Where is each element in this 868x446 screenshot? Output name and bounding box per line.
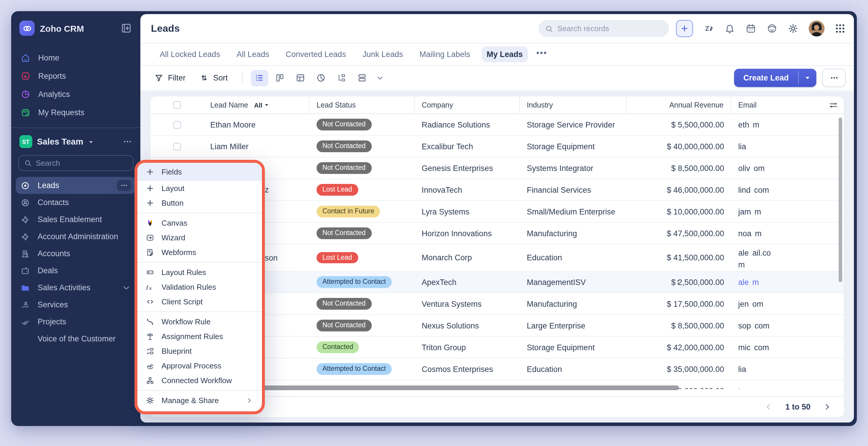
connected-icon	[146, 376, 154, 385]
page-next-icon[interactable]	[824, 403, 831, 411]
view-list-button[interactable]	[251, 70, 269, 86]
menu-item-connected-workflow[interactable]: Connected Workflow	[137, 373, 262, 388]
blueprint-icon	[146, 347, 154, 356]
col-email[interactable]: Email	[731, 96, 844, 113]
status-badge: Contacted	[316, 342, 359, 353]
team-selector[interactable]: ST Sales Team	[11, 128, 141, 148]
menu-item-layout-rules[interactable]: Layout Rules	[137, 265, 262, 280]
menu-item-validation-rules[interactable]: fxValidation Rules	[137, 280, 262, 294]
sidebar-module-deals[interactable]: Deals	[16, 262, 136, 279]
col-lead-status[interactable]: Lead Status	[310, 96, 414, 113]
create-lead-button[interactable]: Create Lead	[734, 69, 816, 87]
collapse-sidebar-icon[interactable]	[120, 22, 132, 34]
menu-item-approval-process[interactable]: Approval Process	[137, 358, 262, 373]
email-cell[interactable]: alem	[731, 278, 844, 287]
email-suffix: com	[755, 321, 770, 330]
sidebar-item-reports[interactable]: Reports	[11, 67, 141, 85]
sidebar-module-contacts[interactable]: Contacts	[16, 194, 136, 211]
menu-item-client-script[interactable]: Client Script	[137, 294, 262, 309]
annual-revenue-cell: $ 10,000,000.00	[627, 207, 731, 216]
menu-item-label: Layout	[161, 184, 184, 193]
menu-item-webforms[interactable]: Webforms	[137, 245, 262, 260]
view-pie-button[interactable]	[312, 70, 330, 86]
filter-button[interactable]: Filter	[154, 73, 186, 82]
col-annual-revenue[interactable]: Annual Revenue	[627, 96, 731, 113]
create-lead-caret[interactable]	[799, 69, 816, 87]
sidebar-module-leads[interactable]: Leads	[16, 177, 136, 194]
mask-icon[interactable]	[766, 23, 778, 34]
approval-icon	[146, 361, 154, 370]
col-lead-name[interactable]: Lead NameAll	[203, 96, 310, 113]
table-row[interactable]: Ethan MooreNot ContactedRadiance Solutio…	[150, 114, 844, 136]
quick-create-button[interactable]	[676, 20, 693, 37]
sidebar-module-services[interactable]: Services	[16, 296, 136, 313]
tab-all-leads[interactable]: All Leads	[231, 47, 275, 62]
brand-name: Zoho CRM	[40, 23, 115, 33]
email-suffix: ail.co	[752, 247, 771, 260]
menu-item-manage-share[interactable]: Manage & Share	[137, 393, 262, 408]
sidebar-item-home[interactable]: Home	[11, 49, 141, 67]
view-tablegrid-button[interactable]	[292, 70, 310, 86]
view-hierarchy-button[interactable]	[333, 70, 351, 86]
user-avatar[interactable]	[809, 21, 825, 36]
lead-name-cell[interactable]: Ethan Moore	[203, 120, 310, 129]
menu-item-assignment-rules[interactable]: Assignment Rules	[137, 329, 262, 344]
menu-item-label: Workflow Rule	[161, 317, 211, 326]
menu-item-canvas[interactable]: Canvas	[137, 216, 262, 230]
team-more-icon[interactable]	[123, 137, 132, 146]
list-more-button[interactable]	[822, 69, 846, 87]
annual-revenue-cell: $ 8,500,000.00	[627, 321, 731, 330]
sidebar-module-sales-activities[interactable]: Sales Activities	[16, 279, 136, 296]
global-search[interactable]	[538, 20, 669, 37]
company-cell: Ventura Systems	[414, 299, 520, 308]
row-checkbox[interactable]	[173, 121, 181, 128]
email-prefix: lind	[738, 185, 750, 194]
zia-icon[interactable]	[703, 23, 714, 34]
tab-mailing-labels[interactable]: Mailing Labels	[414, 47, 476, 62]
view-rowsview-button[interactable]	[353, 70, 371, 86]
tab-my-leads[interactable]: My Leads	[481, 47, 528, 62]
row-checkbox[interactable]	[173, 143, 181, 150]
sort-button[interactable]: Sort	[200, 73, 228, 82]
sidebar-module-voice-of-the-customer[interactable]: Voice of the Customer	[16, 330, 136, 347]
email-cell: ethm	[731, 120, 844, 129]
view-kanban-button[interactable]	[271, 70, 289, 86]
tab-all-locked-leads[interactable]: All Locked Leads	[154, 47, 225, 62]
tabs-more-button[interactable]: •••	[534, 48, 550, 61]
column-settings-icon[interactable]	[829, 100, 838, 110]
email-prefix: jen	[738, 299, 749, 308]
menu-item-layout[interactable]: Layout	[137, 181, 262, 196]
col-company[interactable]: Company	[414, 96, 520, 113]
lead-name-filter[interactable]: All	[254, 101, 269, 109]
sidebar-item-analytics[interactable]: Analytics	[11, 85, 141, 103]
sidebar-module-projects[interactable]: Projects	[16, 313, 136, 330]
sidebar-item-my-requests[interactable]: My Requests	[11, 103, 141, 122]
sidebar-module-accounts[interactable]: Accounts	[16, 245, 136, 262]
menu-item-button[interactable]: Button	[137, 196, 262, 210]
col-industry[interactable]: Industry	[520, 96, 627, 113]
calendar-icon[interactable]	[745, 23, 756, 34]
sidebar-module-sales-enablement[interactable]: Sales Enablement	[16, 211, 136, 228]
page-prev-icon[interactable]	[765, 403, 772, 411]
chevron-down-icon[interactable]	[376, 74, 384, 82]
viewport: Zoho CRM HomeReportsAnalyticsMy Requests…	[0, 0, 868, 446]
menu-item-blueprint[interactable]: Blueprint	[137, 344, 262, 358]
apps-grid-icon[interactable]	[835, 23, 846, 34]
menu-item-fields[interactable]: Fields	[137, 163, 262, 181]
gear-icon[interactable]	[787, 23, 799, 34]
tab-junk-leads[interactable]: Junk Leads	[357, 47, 408, 62]
select-all-checkbox[interactable]	[173, 101, 181, 109]
global-search-input[interactable]	[557, 24, 651, 33]
table-row[interactable]: Liam MillerNot ContactedExcalibur TechSt…	[150, 136, 844, 157]
sidebar-search-input[interactable]	[36, 159, 112, 168]
email-prefix: noa	[738, 229, 751, 238]
vertical-scrollbar[interactable]	[839, 118, 842, 282]
menu-item-workflow-rule[interactable]: Workflow Rule	[137, 315, 262, 329]
sidebar-module-account-administration[interactable]: Account Administration	[16, 228, 136, 245]
sidebar-search[interactable]	[18, 155, 133, 171]
lead-name-cell[interactable]: Liam Miller	[203, 142, 310, 151]
menu-item-wizard[interactable]: Wizard	[137, 230, 262, 245]
tab-converted-leads[interactable]: Converted Leads	[280, 47, 351, 62]
bell-icon[interactable]	[724, 23, 735, 34]
module-more-icon[interactable]	[117, 180, 131, 191]
